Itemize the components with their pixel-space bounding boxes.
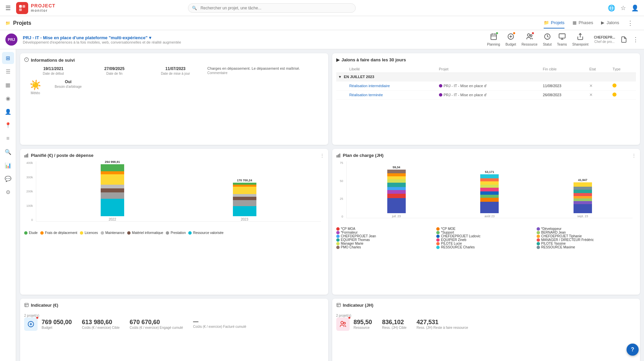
charge-legend: *CP MOA *Formateur CHEFDEPROJET Jean EQU… <box>336 227 636 249</box>
star-icon[interactable]: ☆ <box>621 4 626 12</box>
svg-rect-1 <box>22 5 25 8</box>
segment-maintenance-2022 <box>101 185 124 188</box>
svg-rect-3 <box>491 34 496 40</box>
sidebar-item-chart[interactable]: 📊 <box>2 159 14 171</box>
planifie-more-button[interactable]: ⋮ <box>320 153 324 158</box>
milestone-libelle: Réalisation intermédiaire <box>347 81 436 91</box>
sidebar-item-grid[interactable]: ▦ <box>2 79 14 91</box>
proj-dot-icon-2 <box>439 93 442 97</box>
budget-label: Budget <box>505 43 516 46</box>
action-planning[interactable]: Planning <box>487 33 500 46</box>
dropdown-icon[interactable]: ▾ <box>149 35 151 40</box>
ressource-maxime-dot <box>537 246 540 249</box>
group-expand-icon[interactable]: ▾ <box>339 75 341 79</box>
bar-sep: 41,947 sept. 23 <box>574 178 592 218</box>
planifie-card: Planifié (€) / poste de dépense ⋮ 400k 3… <box>20 149 328 294</box>
project-info: PRJ - IT - Mise en place d'une plateform… <box>23 35 482 44</box>
milestone-etat-2: ✕ <box>587 91 610 100</box>
project-actions: Planning Budget Ressource Statut <box>487 33 639 46</box>
main-content: Informations de suivi 19/11/2021 Date de… <box>16 49 644 361</box>
folder-icon: 📁 <box>5 21 10 25</box>
action-chef[interactable]: CHEFDEPR... Chef de pro... <box>594 36 615 44</box>
bar-sep-segments <box>574 182 592 213</box>
milestone-projet-2: PRJ - IT - Mise en place d' <box>436 91 540 100</box>
action-document[interactable] <box>621 36 627 43</box>
logo-icon <box>16 2 28 14</box>
legend-prestation-dot <box>166 231 169 235</box>
project-description: Développement d'expériences à la fois mo… <box>23 40 482 44</box>
legend-prestation: Prestation <box>166 231 186 235</box>
col-fin-cible: Fin cible <box>540 66 587 73</box>
sidebar-item-settings[interactable]: ⚙ <box>2 186 14 198</box>
legend-materiel-dot <box>127 231 131 235</box>
legend-pilote-yassine: PILOTE Yassine <box>537 242 636 245</box>
action-more[interactable]: ⋮ <box>633 36 639 43</box>
legend-ressource: Ressource valorisée <box>188 231 224 235</box>
suivi-bottom: ☀️ Météo Oui Besoin d'arbitrage <box>24 79 324 95</box>
svg-rect-32 <box>337 303 340 307</box>
charge-y-axis: 75 50 25 0 <box>336 161 345 218</box>
sidebar-item-user[interactable]: 👤 <box>2 106 14 118</box>
milestone-link-1[interactable]: Réalisation intermédiaire <box>349 84 390 88</box>
svg-rect-23 <box>337 155 337 158</box>
breadcrumb-title: Projets <box>13 20 31 26</box>
chef-tiphanie-dot <box>537 235 540 238</box>
svg-point-36 <box>343 322 345 324</box>
user-icon[interactable]: 👤 <box>631 4 639 12</box>
nav-right-icons: 🌐 ☆ 👤 <box>608 4 639 12</box>
bar-2023-segments <box>233 183 256 216</box>
planifie-chart-area: 400k 300k 200k 100k 0 294 998,91 <box>24 161 324 228</box>
hamburger-menu[interactable]: ☰ <box>5 4 11 12</box>
charge-more-button[interactable]: ⋮ <box>632 153 636 158</box>
sidebar-item-search[interactable]: 🔍 <box>2 146 14 158</box>
chef-ludovic-dot <box>436 235 440 238</box>
tab-phases[interactable]: ▦ Phases <box>573 17 593 28</box>
milestone-link-2[interactable]: Réalisation terminée <box>349 93 383 97</box>
action-statut[interactable]: Statut <box>543 33 552 46</box>
sharepoint-icon <box>577 33 584 42</box>
tab-projets[interactable]: 📁 Projets <box>544 17 564 28</box>
globe-icon[interactable]: 🌐 <box>608 4 615 12</box>
action-ressource[interactable]: Ressource <box>522 33 538 46</box>
sidebar-item-pin[interactable]: 📍 <box>2 119 14 131</box>
teams-label: Teams <box>557 43 567 46</box>
svg-rect-20 <box>24 155 25 158</box>
sidebar-item-list[interactable]: ☰ <box>2 65 14 77</box>
bernard-jean-dot <box>537 231 540 234</box>
ressource-indicator-icon <box>336 317 350 331</box>
project-avatar: PRJ <box>5 34 17 46</box>
sidebar-item-home[interactable]: ⊞ <box>2 52 14 64</box>
tab-jalons-icon: ▶ <box>601 20 604 25</box>
action-sharepoint[interactable]: Sharepoint <box>572 33 588 46</box>
ind-cout-engage: 670 670,60 Coûts (€ / exercice) Engagé c… <box>130 319 183 329</box>
sidebar-item-eye[interactable]: ◉ <box>2 92 14 104</box>
action-budget[interactable]: Budget <box>505 33 516 46</box>
tab-projets-icon: 📁 <box>544 20 549 25</box>
legend-cp-moe: *CP MOE <box>436 227 536 231</box>
manager-directeur-dot <box>537 238 540 242</box>
planifie-legend: Etude Frais de déplacement Licences Main… <box>24 231 324 235</box>
help-button[interactable]: ? <box>627 344 639 356</box>
search-icon: 🔍 <box>192 6 197 10</box>
tab-jalons[interactable]: ▶ Jalons <box>601 17 619 28</box>
budget-icon <box>507 33 514 42</box>
indicateur-euro-title: Indicateur (€) <box>24 303 324 308</box>
nav-tabs: 📁 Projets ▦ Phases ▶ Jalons ⋮ <box>544 17 633 28</box>
segment-etude-2022 <box>101 164 124 171</box>
charge-card: Plan de charge (JH) ⋮ 75 50 25 0 59,34 <box>332 149 640 294</box>
action-teams[interactable]: Teams <box>557 33 567 46</box>
bar-aug: 53,171 août 23 <box>480 170 499 218</box>
legend-pilote-lucie: PILOTE Lucie <box>436 242 536 245</box>
tabs-more-button[interactable]: ⋮ <box>627 19 633 27</box>
proj-dot-icon <box>439 84 442 87</box>
formateur-dot <box>336 231 340 234</box>
statut-icon <box>544 33 551 42</box>
charge-header: Plan de charge (JH) ⋮ <box>336 153 636 158</box>
legend-chefprojet-jean: CHEFDEPROJET Jean <box>336 234 436 238</box>
bar-aug-segments <box>480 174 499 213</box>
pilote-yassine-dot <box>537 242 540 245</box>
sidebar-item-chat[interactable]: 💬 <box>2 173 14 185</box>
sidebar-item-list2[interactable]: ≡ <box>2 132 14 144</box>
svg-rect-22 <box>27 154 28 158</box>
search-input[interactable] <box>188 3 356 13</box>
